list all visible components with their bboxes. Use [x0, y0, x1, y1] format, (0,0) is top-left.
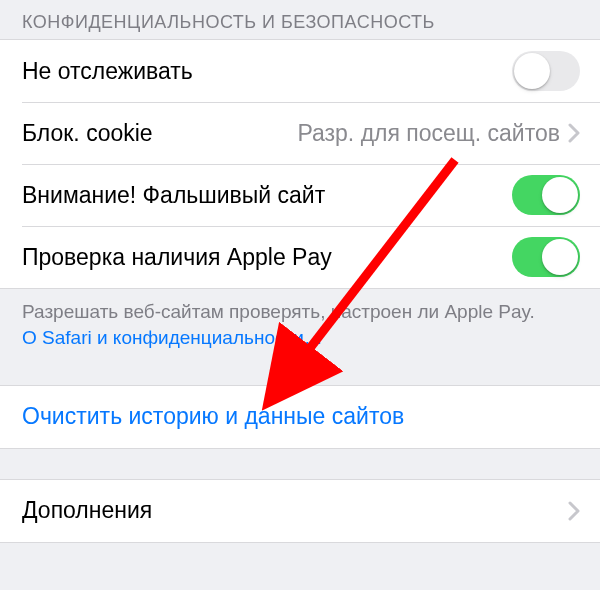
- toggle-fraud-warning[interactable]: [512, 175, 580, 215]
- row-label: Внимание! Фальшивый сайт: [22, 182, 325, 209]
- row-fraud-warning[interactable]: Внимание! Фальшивый сайт: [0, 164, 600, 226]
- row-link-label: Очистить историю и данные сайтов: [22, 403, 404, 430]
- footer-note: Разрешать веб-сайтам проверять, настроен…: [0, 289, 600, 325]
- row-clear-history[interactable]: Очистить историю и данные сайтов: [0, 386, 600, 448]
- row-do-not-track[interactable]: Не отслеживать: [0, 40, 600, 102]
- footer-link-about-safari[interactable]: О Safari и конфиденциальности…: [0, 325, 600, 349]
- row-label: Не отслеживать: [22, 58, 193, 85]
- row-label: Дополнения: [22, 497, 152, 524]
- group-addons: Дополнения: [0, 479, 600, 543]
- row-block-cookie[interactable]: Блок. cookie Разр. для посещ. сайтов: [0, 102, 600, 164]
- group-clear-history: Очистить историю и данные сайтов: [0, 385, 600, 449]
- row-value: Разр. для посещ. сайтов: [297, 120, 560, 147]
- chevron-right-icon: [568, 123, 580, 143]
- row-label: Проверка наличия Apple Pay: [22, 244, 332, 271]
- group-privacy: Не отслеживать Блок. cookie Разр. для по…: [0, 39, 600, 289]
- toggle-do-not-track[interactable]: [512, 51, 580, 91]
- row-addons[interactable]: Дополнения: [0, 480, 600, 542]
- row-label: Блок. cookie: [22, 120, 153, 147]
- row-apple-pay-check[interactable]: Проверка наличия Apple Pay: [0, 226, 600, 288]
- section-header-privacy: КОНФИДЕНЦИАЛЬНОСТЬ И БЕЗОПАСНОСТЬ: [0, 0, 600, 39]
- toggle-apple-pay-check[interactable]: [512, 237, 580, 277]
- chevron-right-icon: [568, 501, 580, 521]
